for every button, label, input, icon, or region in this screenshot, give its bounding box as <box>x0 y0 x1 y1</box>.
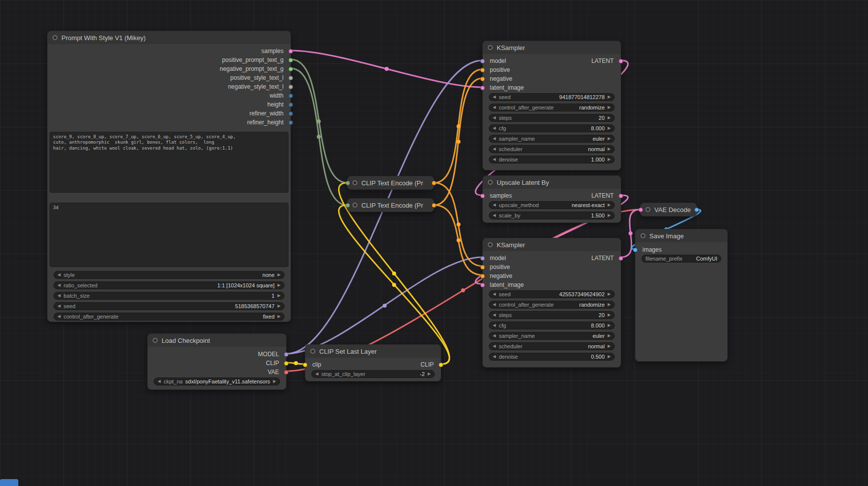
increment-arrow-icon[interactable]: ▶ <box>608 334 611 338</box>
output-dot-samples[interactable] <box>289 49 293 54</box>
decrement-arrow-icon[interactable]: ◀ <box>58 294 60 298</box>
output-dot-refiner-height[interactable] <box>289 120 293 125</box>
node-title-bar[interactable]: Save Image <box>636 229 727 242</box>
increment-arrow-icon[interactable]: ▶ <box>428 372 431 376</box>
increment-arrow-icon[interactable]: ▶ <box>608 126 611 130</box>
collapse-toggle-icon[interactable] <box>352 180 357 185</box>
increment-arrow-icon[interactable]: ▶ <box>278 315 281 319</box>
collapse-toggle-icon[interactable] <box>488 242 493 247</box>
decrement-arrow-icon[interactable]: ◀ <box>493 355 496 359</box>
increment-arrow-icon[interactable]: ▶ <box>273 379 276 383</box>
output-dot-height[interactable] <box>289 103 293 107</box>
node-ksampler-1[interactable]: KSampler modelLATENT positive negative l… <box>482 41 621 170</box>
widget-denoise[interactable]: ◀denoise1.000▶ <box>489 156 615 163</box>
node-prompt-with-style[interactable]: Prompt With Style V1 (Mikey) samples pos… <box>47 31 291 322</box>
output-dot-negative-style-text-l[interactable] <box>289 85 293 89</box>
output-dot-clip[interactable] <box>284 361 289 366</box>
output-dot-latent[interactable] <box>619 59 623 63</box>
collapse-toggle-icon[interactable] <box>352 203 357 208</box>
increment-arrow-icon[interactable]: ▶ <box>608 203 611 207</box>
output-dot-model[interactable] <box>284 352 289 357</box>
node-title-bar[interactable]: KSampler <box>483 238 621 251</box>
widget-scheduler[interactable]: ◀schedulernormal▶ <box>489 145 615 153</box>
increment-arrow-icon[interactable]: ▶ <box>278 294 281 298</box>
output-dot-width[interactable] <box>289 94 293 98</box>
decrement-arrow-icon[interactable]: ◀ <box>493 203 496 207</box>
increment-arrow-icon[interactable]: ▶ <box>608 324 611 327</box>
widget-ckpt-name[interactable]: ◀ckpt_namesdxl/ponyFaetality_v11.safeten… <box>154 378 280 385</box>
collapse-toggle-icon[interactable] <box>645 207 650 212</box>
input-dot-clip[interactable] <box>303 363 307 367</box>
widget-sampler-name[interactable]: ◀sampler_nameeuler▶ <box>489 135 615 143</box>
increment-arrow-icon[interactable]: ▶ <box>278 304 281 308</box>
increment-arrow-icon[interactable]: ▶ <box>608 303 611 307</box>
decrement-arrow-icon[interactable]: ◀ <box>493 313 496 317</box>
offscreen-collapsed-node[interactable] <box>0 479 18 486</box>
collapse-toggle-icon[interactable] <box>488 45 493 50</box>
node-vae-decode[interactable]: VAE Decode <box>640 203 697 216</box>
increment-arrow-icon[interactable]: ▶ <box>608 158 611 162</box>
node-clip-text-encode-1[interactable]: CLIP Text Encode (Pr <box>347 176 434 190</box>
decrement-arrow-icon[interactable]: ◀ <box>58 283 60 287</box>
increment-arrow-icon[interactable]: ▶ <box>278 283 281 287</box>
decrement-arrow-icon[interactable]: ◀ <box>493 147 496 151</box>
input-dot-images[interactable] <box>633 248 637 252</box>
widget-cfg[interactable]: ◀cfg8.000▶ <box>489 322 615 329</box>
widget-control-after-generate[interactable]: ◀control_after_generaterandomize▶ <box>489 301 615 309</box>
decrement-arrow-icon[interactable]: ◀ <box>493 292 496 296</box>
widget-denoise[interactable]: ◀denoise0.500▶ <box>489 353 615 361</box>
widget-seed[interactable]: ◀seed425537349624902▶ <box>489 290 615 298</box>
node-clip-set-last-layer[interactable]: CLIP Set Last Layer clipCLIP ◀stop_at_cl… <box>305 344 441 381</box>
node-title-bar[interactable]: CLIP Set Last Layer <box>305 345 441 358</box>
widget-control-after-generate[interactable]: ◀control_after_generatefixed▶ <box>54 313 285 321</box>
decrement-arrow-icon[interactable]: ◀ <box>493 214 496 217</box>
node-title-bar[interactable]: Prompt With Style V1 (Mikey) <box>48 31 290 44</box>
decrement-arrow-icon[interactable]: ◀ <box>158 379 161 383</box>
collapse-toggle-icon[interactable] <box>488 180 493 185</box>
node-save-image[interactable]: Save Image images filename_prefixComfyUI <box>635 229 728 362</box>
widget-ratio-selected[interactable]: ◀ratio_selected1:1 [1024x1024 square]▶ <box>54 281 285 289</box>
decrement-arrow-icon[interactable]: ◀ <box>58 315 60 319</box>
widget-scale-by[interactable]: ◀scale_by1.500▶ <box>489 212 615 219</box>
input-dot-latent-image[interactable] <box>480 283 485 287</box>
node-load-checkpoint[interactable]: Load Checkpoint MODEL CLIP VAE ◀ckpt_nam… <box>147 333 287 390</box>
node-title-bar[interactable]: Upscale Latent By <box>483 176 621 189</box>
decrement-arrow-icon[interactable]: ◀ <box>493 303 496 307</box>
widget-upscale-method[interactable]: ◀upscale_methodnearest-exact▶ <box>489 201 615 209</box>
collapse-toggle-icon[interactable] <box>640 233 645 238</box>
output-dot-image[interactable] <box>694 208 699 212</box>
decrement-arrow-icon[interactable]: ◀ <box>58 304 60 308</box>
decrement-arrow-icon[interactable]: ◀ <box>493 116 496 120</box>
decrement-arrow-icon[interactable]: ◀ <box>315 372 318 376</box>
input-dot-positive[interactable] <box>480 265 485 270</box>
increment-arrow-icon[interactable]: ▶ <box>608 95 611 99</box>
node-title-bar[interactable]: Load Checkpoint <box>148 334 286 347</box>
decrement-arrow-icon[interactable]: ◀ <box>493 344 496 348</box>
output-dot-refiner-width[interactable] <box>289 111 293 116</box>
widget-style[interactable]: ◀stylenone▶ <box>54 271 285 279</box>
node-graph-canvas[interactable]: Prompt With Style V1 (Mikey) samples pos… <box>0 0 868 486</box>
decrement-arrow-icon[interactable]: ◀ <box>493 95 496 99</box>
decrement-arrow-icon[interactable]: ◀ <box>493 106 496 109</box>
input-dot-latent-image[interactable] <box>480 86 485 90</box>
node-upscale-latent-by[interactable]: Upscale Latent By samplesLATENT ◀upscale… <box>482 175 621 223</box>
input-dot-clip-encode-2[interactable] <box>346 203 350 208</box>
input-dot-negative[interactable] <box>480 274 485 278</box>
increment-arrow-icon[interactable]: ▶ <box>608 137 611 141</box>
node-title-bar[interactable]: KSampler <box>483 41 621 54</box>
increment-arrow-icon[interactable]: ▶ <box>608 147 611 151</box>
input-dot-samples[interactable] <box>480 194 485 198</box>
widget-scheduler[interactable]: ◀schedulernormal▶ <box>489 342 615 350</box>
collapse-toggle-icon[interactable] <box>310 349 315 354</box>
increment-arrow-icon[interactable]: ▶ <box>608 313 611 317</box>
output-dot-positive-style-text-l[interactable] <box>289 76 293 80</box>
output-dot-clip[interactable] <box>439 363 443 367</box>
widget-control-after-generate[interactable]: ◀control_after_generaterandomize▶ <box>489 104 615 111</box>
decrement-arrow-icon[interactable]: ◀ <box>493 126 496 130</box>
output-dot-latent[interactable] <box>619 256 623 261</box>
input-dot-model[interactable] <box>480 256 485 261</box>
decrement-arrow-icon[interactable]: ◀ <box>493 158 496 162</box>
increment-arrow-icon[interactable]: ▶ <box>608 292 611 296</box>
output-dot-latent[interactable] <box>619 194 623 198</box>
decrement-arrow-icon[interactable]: ◀ <box>58 273 60 277</box>
